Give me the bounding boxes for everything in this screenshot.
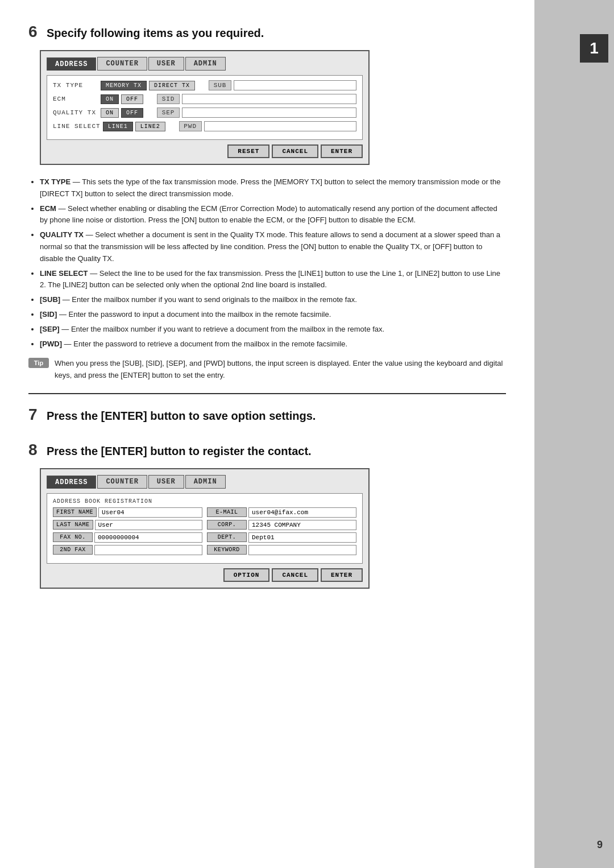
label-txtype: TX TYPE [53,82,98,89]
label-qualitytx: QUALITY TX [53,109,98,116]
label-lineselect: LINE SELECT [53,123,101,130]
form-row-ecm: ECM ON OFF SID [53,94,356,104]
input-firstname[interactable] [98,507,202,518]
input-corp[interactable] [248,520,356,530]
tip-badge: Tip [28,358,49,368]
addr-row-email: E-MAIL [207,507,356,518]
bullet-txtype: TX TYPE — This sets the type of the fax … [40,176,506,200]
label-email: E-MAIL [207,507,247,517]
form-row-txtype: TX TYPE MEMORY TX DIRECT TX SUB [53,80,356,90]
sidebar-number: 1 [580,34,608,63]
addr-row-2ndfax: 2ND FAX [53,545,202,555]
btn-cancel-2[interactable]: CANCEL [272,568,318,582]
tab-user-2[interactable]: USER [148,475,184,489]
btn-cancel-1[interactable]: CANCEL [272,144,318,158]
label-lastname: LAST NAME [53,520,93,530]
panel2-btn-row: OPTION CANCEL ENTER [47,568,363,582]
label-dept: DEPT. [207,532,247,542]
tab-bar-2: ADDRESS COUNTER USER ADMIN [47,475,363,489]
addr-row-lastname: LAST NAME [53,520,202,530]
label-faxno: FAX NO. [53,532,93,542]
step8-title: Press the [ENTER] button to register the… [47,445,312,458]
form-row-lineselect: LINE SELECT LINE1 LINE2 PWD [53,121,356,131]
addr-row-corp: CORP. [207,520,356,530]
tab-counter-2[interactable]: COUNTER [97,475,147,489]
label-sid: SID [157,94,180,104]
label-keyword: KEYWORD [207,545,247,555]
input-dept[interactable] [248,532,356,543]
bullet-sid: [SID] — Enter the password to input a do… [40,309,506,321]
tab-address-1[interactable]: ADDRESS [47,57,96,71]
page-number: 9 [597,839,603,851]
bullet-pwd: [PWD] — Enter the password to retrieve a… [40,338,506,350]
addr-book-label: ADDRESS BOOK REGISTRATION [53,498,356,505]
bullet-qualitytx: QUALITY TX — Select whether a document i… [40,229,506,264]
step8-heading: 8 Press the [ENTER] button to register t… [28,441,506,459]
tip-text: When you press the [SUB], [SID], [SEP], … [55,358,506,382]
btn-enter-2[interactable]: ENTER [321,568,363,582]
input-lastname[interactable] [95,520,202,530]
tab-counter-1[interactable]: COUNTER [97,57,147,71]
label-sep: SEP [157,108,180,118]
btn-quality-off[interactable]: OFF [121,108,143,118]
tab-user-1[interactable]: USER [148,57,184,71]
label-sub: SUB [209,80,231,90]
bullet-lineselect: LINE SELECT — Select the line to be used… [40,268,506,292]
input-sub[interactable] [234,80,356,90]
btn-reset-1[interactable]: RESET [227,144,269,158]
label-ecm: ECM [53,96,98,102]
addr-row-keyword: KEYWORD [207,545,356,555]
input-pwd[interactable] [204,121,356,131]
panel1: ADDRESS COUNTER USER ADMIN TX TYPE MEMOR… [40,50,370,165]
tab-admin-2[interactable]: ADMIN [185,475,226,489]
tab-address-2[interactable]: ADDRESS [47,476,96,489]
step6-heading: 6 Specify following items as you require… [28,23,506,41]
tip-box: Tip When you press the [SUB], [SID], [SE… [28,358,506,382]
btn-quality-on[interactable]: ON [101,108,119,118]
step6-number: 6 [28,23,42,41]
label-firstname: FIRST NAME [53,507,97,517]
sidebar: 1 9 [534,0,614,868]
bullet-sep: [SEP] — Enter the mailbox number if you … [40,324,506,336]
input-sep[interactable] [182,108,356,118]
btn-direct-tx[interactable]: DIRECT TX [149,81,195,90]
input-keyword[interactable] [248,545,356,555]
btn-enter-1[interactable]: ENTER [321,144,363,158]
form-row-qualitytx: QUALITY TX ON OFF SEP [53,108,356,118]
panel1-btn-row: RESET CANCEL ENTER [47,144,363,158]
step7-heading: 7 Press the [ENTER] button to save optio… [28,406,506,424]
label-pwd: PWD [179,121,202,131]
form-area-1: TX TYPE MEMORY TX DIRECT TX SUB ECM ON O… [47,75,363,140]
addr-row-firstname: FIRST NAME [53,507,202,518]
step6-title: Specify following items as you required. [47,27,264,40]
btn-line2[interactable]: LINE2 [135,122,165,131]
step7-number: 7 [28,406,42,424]
step8-number: 8 [28,441,42,459]
btn-line1[interactable]: LINE1 [103,122,133,131]
input-sid[interactable] [182,94,356,104]
divider-1 [28,393,506,394]
bullet-sub: [SUB] — Enter the mailbox number if you … [40,294,506,306]
form-area-2: ADDRESS BOOK REGISTRATION FIRST NAME E-M… [47,493,363,564]
input-email[interactable] [248,507,356,518]
panel2: ADDRESS COUNTER USER ADMIN ADDRESS BOOK … [40,468,370,589]
bullet-list-1: TX TYPE — This sets the type of the fax … [40,176,506,350]
btn-ecm-on[interactable]: ON [101,94,119,104]
tab-admin-1[interactable]: ADMIN [185,57,226,71]
btn-ecm-off[interactable]: OFF [121,94,143,104]
step7-title: Press the [ENTER] button to save option … [47,410,316,423]
addr-row-dept: DEPT. [207,532,356,543]
bullet-ecm: ECM — Select whether enabling or disabli… [40,203,506,227]
btn-option-2[interactable]: OPTION [223,568,270,582]
input-2ndfax[interactable] [94,545,202,555]
input-faxno[interactable] [94,532,202,543]
label-corp: CORP. [207,520,247,530]
tab-bar-1: ADDRESS COUNTER USER ADMIN [47,57,363,71]
addr-form-grid: FIRST NAME E-MAIL LAST NAME CORP. [53,507,356,555]
btn-memory-tx[interactable]: MEMORY TX [101,81,147,90]
label-2ndfax: 2ND FAX [53,545,93,555]
addr-row-faxno: FAX NO. [53,532,202,543]
